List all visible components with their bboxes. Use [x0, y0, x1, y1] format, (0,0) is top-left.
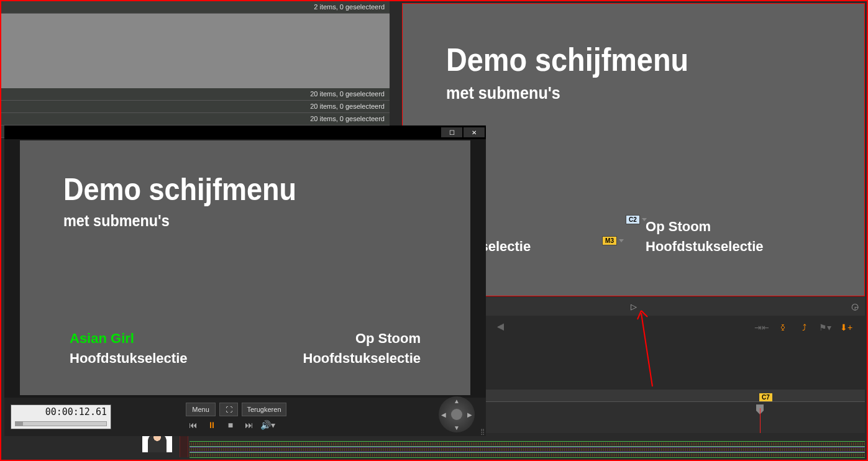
stop-button[interactable]: ■ — [223, 419, 238, 431]
player-subtitle: met submenu's — [63, 211, 391, 230]
resize-grip-icon[interactable]: ⣿ — [480, 428, 485, 435]
player-title: Demo schijfmenu — [63, 171, 391, 208]
volume-button[interactable]: 🔊▾ — [260, 419, 275, 431]
player-controls: 00:00:12.61 Menu ⛶ Terugkeren ⏮ ⏸ ■ ⏭ 🔊▾… — [4, 398, 486, 436]
timeline-marker-c7[interactable]: C7 — [759, 391, 772, 402]
render-status-icon[interactable]: ◶ — [851, 301, 859, 311]
bin-row[interactable]: 20 items, 0 geselecteerd — [1, 101, 390, 113]
menu-button[interactable]: Menu — [186, 403, 216, 416]
waveform — [190, 442, 865, 445]
dpad-left-icon[interactable]: ◀ — [441, 411, 446, 418]
skip-back-button[interactable]: ⏮ — [186, 419, 201, 431]
audio-track[interactable] — [190, 447, 865, 452]
flag-icon[interactable]: ⯇ — [493, 321, 510, 334]
dropdown-icon[interactable] — [642, 218, 647, 221]
return-button[interactable]: Terugkeren — [242, 403, 286, 416]
maximize-button[interactable]: ☐ — [441, 127, 462, 137]
player-menu-item[interactable]: Hoofdstukselectie — [303, 350, 421, 367]
player-menu-item-highlighted[interactable]: Asian Girl — [70, 331, 188, 347]
bin-row[interactable]: 20 items, 0 geselecteerd — [1, 113, 390, 126]
timeline-ruler[interactable] — [486, 390, 865, 402]
player-content[interactable]: Demo schijfmenu met submenu's Asian Girl… — [20, 140, 470, 395]
player-menu-item[interactable]: Op Stoom — [303, 331, 421, 347]
close-button[interactable]: ✕ — [464, 127, 485, 137]
preview-menu-item[interactable]: Hoofdstukselectie — [646, 239, 764, 255]
skip-forward-button[interactable]: ⏭ — [242, 419, 257, 431]
playhead[interactable] — [760, 408, 761, 433]
preview-subtitle: met submenu's — [446, 83, 783, 103]
clip-edge-marker[interactable] — [180, 432, 188, 457]
pause-button[interactable]: ⏸ — [204, 419, 219, 431]
dpad-right-icon[interactable]: ▶ — [467, 411, 472, 418]
timecode-slider[interactable] — [15, 421, 107, 426]
audio-track[interactable] — [190, 441, 865, 447]
timecode-display[interactable]: 00:00:12.61 — [11, 404, 111, 429]
player-menu-item[interactable]: Hoofdstukselectie — [70, 350, 188, 367]
snap-icon[interactable]: ⇥⇤ — [753, 321, 770, 334]
bin-row[interactable]: 20 items, 0 geselecteerd — [1, 88, 390, 101]
dpad-center-button[interactable] — [451, 409, 462, 420]
curve-icon[interactable]: ⤴ — [795, 321, 813, 334]
timecode-text: 00:00:12.61 — [15, 406, 107, 418]
disc-player-window: ☐ ✕ Demo schijfmenu met submenu's Asian … — [4, 126, 486, 436]
preview-title: Demo schijfmenu — [446, 41, 783, 78]
preview-menu-item[interactable]: Op Stoom — [646, 219, 764, 235]
dropdown-icon[interactable] — [619, 239, 624, 242]
waveform — [190, 454, 865, 457]
bin-header-row[interactable]: 2 items, 0 geselecteerd — [1, 1, 390, 14]
add-icon[interactable]: ⬇+ — [838, 321, 855, 334]
dpad-down-icon[interactable]: ▼ — [454, 424, 460, 431]
dpad-up-icon[interactable]: ▲ — [454, 398, 460, 404]
marker-icon[interactable]: ⚑▾ — [816, 321, 834, 334]
dpad-navigation[interactable]: ▲ ▼ ◀ ▶ — [439, 396, 475, 432]
marker-badge-m3[interactable]: M3 — [602, 236, 617, 245]
magnet-icon[interactable]: ⧲ — [774, 321, 792, 334]
fullscreen-button[interactable]: ⛶ — [219, 403, 238, 416]
player-titlebar: ☐ ✕ — [4, 126, 486, 139]
bin-spacer — [1, 14, 390, 88]
bin-panel: 2 items, 0 geselecteerd 20 items, 0 gese… — [1, 1, 390, 126]
play-indicator-icon[interactable]: ▷ — [631, 302, 637, 311]
marker-badge-c2[interactable]: C2 — [626, 215, 640, 224]
waveform — [190, 448, 865, 451]
timeline-upper[interactable]: C7 — [486, 390, 865, 433]
audio-track[interactable] — [190, 452, 865, 458]
timeline-tracks-region[interactable] — [3, 435, 865, 460]
